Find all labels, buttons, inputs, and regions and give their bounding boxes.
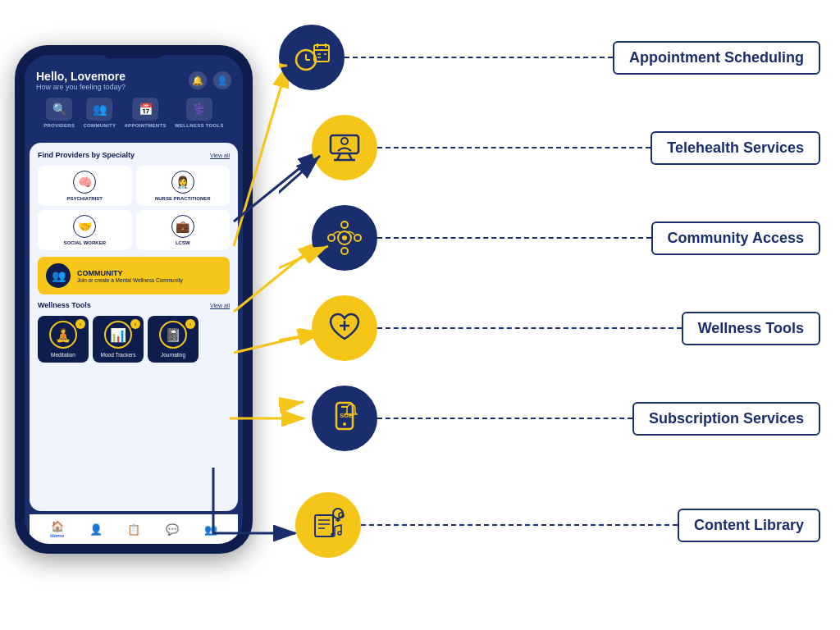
notification-icon[interactable]: 🔔 — [189, 71, 207, 89]
telehealth-label: Telehealth Services — [667, 139, 804, 156]
tool-meditation-arrow: › — [75, 319, 85, 329]
content-line — [361, 524, 678, 526]
profile-icon[interactable]: 👤 — [213, 71, 231, 89]
lcsw-label: LCSW — [176, 240, 190, 245]
appointment-circle — [279, 25, 345, 90]
community-card[interactable]: 👥 COMMUNITY Join or create a Mental Well… — [38, 257, 230, 294]
community-card-title: COMMUNITY — [77, 269, 183, 277]
mood-icon: 📊 — [104, 321, 132, 349]
wellness-view-all[interactable]: View all — [210, 303, 230, 308]
wellness-icon: ⚕️ — [186, 98, 212, 121]
wellness-tools-row: › 🧘 Meditation › 📊 Mood Trackers › 📓 — [38, 316, 230, 363]
tool-mood-arrow: › — [130, 319, 140, 329]
appointment-line — [345, 57, 613, 58]
community-label: COMMUNITY — [83, 123, 116, 128]
bottom-nav-messages[interactable]: 💬 — [166, 523, 179, 536]
feature-row-telehealth: Telehealth Services — [312, 115, 820, 180]
bottom-nav-home[interactable]: 🏠 Home — [50, 520, 64, 538]
svg-point-34 — [333, 509, 343, 518]
phone-outer: Hello, Lovemore How are you feeling toda… — [15, 45, 253, 554]
phone-greeting: Hello, Lovemore How are you feeling toda… — [36, 70, 126, 91]
mood-label: Mood Trackers — [101, 352, 136, 358]
home-icon: 🏠 — [51, 520, 64, 532]
nav-providers[interactable]: 🔍 PROVIDERS — [43, 98, 75, 128]
subscription-line — [377, 418, 632, 419]
phone-nav: 🔍 PROVIDERS 👥 COMMUNITY 📅 APPOINTMENTS — [36, 91, 231, 131]
profile-nav-icon: 👤 — [89, 523, 103, 536]
providers-icon: 🔍 — [46, 98, 72, 121]
providers-view-all[interactable]: View all — [210, 153, 230, 158]
tool-mood[interactable]: › 📊 Mood Trackers — [93, 316, 144, 363]
wellness-tools-line — [377, 327, 682, 329]
phone-body: Find Providers by Specialty View all 🧠 P… — [30, 143, 238, 511]
meditation-icon: 🧘 — [49, 321, 77, 349]
wellness-tools-label: Wellness Tools — [698, 320, 804, 336]
wellness-section-title: Wellness Tools — [38, 301, 91, 309]
svg-point-19 — [328, 235, 335, 241]
nav-wellness[interactable]: ⚕️ WELLNESS TOOLS — [175, 98, 224, 128]
subscription-circle: SUB — [312, 386, 377, 451]
lcsw-icon: 💼 — [171, 215, 194, 238]
nav-community[interactable]: 👥 COMMUNITY — [83, 98, 116, 128]
telehealth-line — [377, 147, 651, 148]
svg-point-16 — [341, 138, 348, 144]
social-worker-icon: 🤝 — [73, 215, 96, 238]
appointment-label: Appointment Scheduling — [629, 49, 804, 66]
provider-lcsw[interactable]: 💼 LCSW — [136, 210, 231, 250]
psychiatrist-label: PSYCHIATRIST — [66, 196, 103, 201]
bottom-nav-groups[interactable]: 👥 — [204, 523, 217, 536]
content-circle — [295, 492, 361, 558]
appointments-icon: 📅 — [132, 98, 158, 121]
tool-journaling[interactable]: › 📓 Journaling — [148, 316, 199, 363]
provider-grid: 🧠 PSYCHIATRIST 👩‍⚕️ NURSE PRACTITIONER 🤝… — [38, 166, 230, 250]
svg-point-27 — [343, 422, 346, 426]
wellness-section-header: Wellness Tools View all — [38, 301, 230, 309]
psychiatrist-icon: 🧠 — [73, 171, 96, 194]
providers-section-header: Find Providers by Specialty View all — [38, 151, 230, 159]
journaling-icon: 📓 — [159, 321, 187, 349]
phone-mockup: Hello, Lovemore How are you feeling toda… — [15, 45, 253, 587]
community-access-label-box: Community Access — [651, 221, 820, 255]
wellness-tools-label-box: Wellness Tools — [682, 312, 820, 345]
community-access-circle — [312, 205, 377, 271]
provider-psychiatrist[interactable]: 🧠 PSYCHIATRIST — [38, 166, 132, 206]
community-access-line — [377, 237, 651, 239]
bottom-nav-records[interactable]: 📋 — [127, 523, 140, 536]
svg-point-18 — [342, 235, 347, 240]
phone-header: Hello, Lovemore How are you feeling toda… — [25, 55, 243, 139]
provider-social-worker[interactable]: 🤝 SOCIAL WORKER — [38, 210, 132, 250]
nurse-label: NURSE PRACTITIONER — [155, 196, 211, 201]
tool-meditation[interactable]: › 🧘 Meditation — [38, 316, 89, 363]
community-access-label: Community Access — [668, 230, 804, 246]
content-label-box: Content Library — [678, 509, 820, 542]
nurse-icon: 👩‍⚕️ — [171, 171, 194, 194]
appointment-label-box: Appointment Scheduling — [613, 41, 820, 75]
feature-row-community: Community Access — [312, 205, 820, 271]
community-card-icon: 👥 — [46, 263, 71, 288]
community-card-desc: Join or create a Mental Wellness Communi… — [77, 277, 183, 283]
greeting-subtitle: How are you feeling today? — [36, 83, 126, 91]
svg-point-21 — [341, 221, 348, 228]
feature-row-appointment: Appointment Scheduling — [279, 25, 820, 90]
telehealth-label-box: Telehealth Services — [651, 131, 820, 165]
meditation-label: Meditation — [51, 352, 75, 358]
subscription-label: Subscription Services — [649, 410, 804, 427]
providers-section-title: Find Providers by Specialty — [38, 151, 135, 159]
svg-rect-30 — [315, 515, 333, 536]
home-label: Home — [50, 533, 64, 538]
content-label: Content Library — [694, 517, 804, 533]
nav-appointments[interactable]: 📅 APPOINTMENTS — [124, 98, 166, 128]
provider-nurse[interactable]: 👩‍⚕️ NURSE PRACTITIONER — [136, 166, 231, 206]
telehealth-circle — [312, 115, 377, 180]
features-area: Appointment Scheduling Telehealth Servic… — [279, 16, 820, 614]
phone-notch — [101, 45, 167, 58]
greeting-text: Hello, Lovemore — [36, 70, 126, 83]
feature-row-subscription: SUB Subscription Services — [312, 386, 820, 451]
svg-point-20 — [354, 235, 361, 241]
wellness-nav-label: WELLNESS TOOLS — [175, 123, 224, 128]
community-icon: 👥 — [86, 98, 112, 121]
bottom-nav-profile[interactable]: 👤 — [89, 523, 103, 536]
phone-bottom-nav: 🏠 Home 👤 📋 💬 👥 — [30, 514, 238, 544]
feature-row-content: Content Library — [295, 492, 820, 558]
subscription-label-box: Subscription Services — [632, 402, 820, 436]
